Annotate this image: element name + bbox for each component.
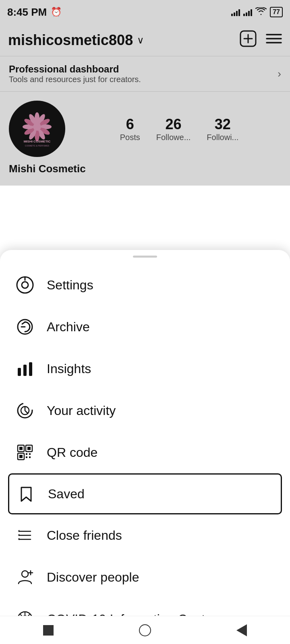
svg-text:COSMETIC & PERFUMES: COSMETIC & PERFUMES xyxy=(25,144,50,147)
stat-followers[interactable]: 26 Followe... xyxy=(156,116,191,142)
saved-label: Saved xyxy=(48,487,85,502)
pro-dashboard-title: Professional dashboard xyxy=(9,64,141,75)
qr-code-icon xyxy=(14,442,35,463)
settings-label: Settings xyxy=(47,278,93,293)
svg-rect-33 xyxy=(19,447,23,450)
hamburger-menu-icon[interactable] xyxy=(266,33,282,48)
header: mishicosmetic808 ∨ xyxy=(0,24,290,56)
battery-icon: 77 xyxy=(270,7,283,17)
close-friends-icon: ✦ ✦ ✦ xyxy=(14,525,35,546)
svg-rect-29 xyxy=(29,362,32,376)
menu-item-qr-code[interactable]: QR code xyxy=(0,431,290,473)
android-nav-bar xyxy=(0,616,290,644)
discover-people-label: Discover people xyxy=(47,570,139,585)
svg-rect-39 xyxy=(29,453,31,455)
svg-text:MISHI COSMETIC: MISHI COSMETIC xyxy=(24,140,51,143)
status-bar: 8:45 PM ⏰ 77 xyxy=(0,0,290,24)
status-time: 8:45 PM ⏰ xyxy=(7,6,62,19)
bottom-sheet: Settings Archive xyxy=(0,250,290,644)
stat-following[interactable]: 32 Followi... xyxy=(207,116,238,142)
header-right xyxy=(239,30,282,51)
activity-label: Your activity xyxy=(47,403,116,418)
pro-dashboard-banner[interactable]: Professional dashboard Tools and resourc… xyxy=(0,56,290,92)
menu-item-archive[interactable]: Archive xyxy=(0,306,290,348)
svg-rect-28 xyxy=(23,365,27,376)
close-friends-label: Close friends xyxy=(47,528,122,543)
sheet-handle xyxy=(133,256,157,258)
menu-item-settings[interactable]: Settings xyxy=(0,264,290,306)
insights-icon xyxy=(14,358,35,379)
username-label[interactable]: mishicosmetic808 xyxy=(8,32,133,49)
chevron-down-icon[interactable]: ∨ xyxy=(137,35,144,46)
nav-back-triangle[interactable] xyxy=(232,620,252,640)
avatar[interactable]: MISHI COSMETIC COSMETIC & PERFUMES xyxy=(9,101,65,157)
svg-rect-40 xyxy=(26,456,27,458)
profile-section: MISHI COSMETIC COSMETIC & PERFUMES 6 Pos… xyxy=(0,92,290,186)
archive-label: Archive xyxy=(47,320,90,334)
back-icon xyxy=(236,624,247,636)
nav-back-square[interactable] xyxy=(38,620,58,640)
svg-rect-41 xyxy=(29,456,31,458)
menu-item-insights[interactable]: Insights xyxy=(0,348,290,390)
stat-posts[interactable]: 6 Posts xyxy=(120,116,140,142)
activity-icon xyxy=(14,400,35,421)
svg-text:✦: ✦ xyxy=(17,537,21,541)
svg-point-48 xyxy=(22,571,28,577)
status-icons: 77 xyxy=(231,7,283,17)
profile-name: Mishi Cosmetic xyxy=(9,163,281,175)
insights-label: Insights xyxy=(47,361,91,376)
svg-rect-38 xyxy=(26,453,27,455)
qr-code-label: QR code xyxy=(47,445,97,460)
pro-dashboard-subtitle: Tools and resources just for creators. xyxy=(9,75,141,84)
menu-item-your-activity[interactable]: Your activity xyxy=(0,390,290,431)
discover-people-icon xyxy=(14,567,35,588)
menu-item-saved[interactable]: Saved xyxy=(8,473,282,514)
stats-container: 6 Posts 26 Followe... 32 Followi... xyxy=(77,116,281,142)
pro-dashboard-arrow-icon: › xyxy=(278,68,281,80)
settings-icon xyxy=(14,275,35,295)
menu-item-discover-people[interactable]: Discover people xyxy=(0,556,290,598)
menu-item-close-friends[interactable]: ✦ ✦ ✦ Close friends xyxy=(0,514,290,556)
square-icon xyxy=(43,625,54,636)
saved-icon xyxy=(16,483,37,504)
wifi-icon xyxy=(255,7,267,17)
menu-list: Settings Archive xyxy=(0,260,290,644)
archive-icon xyxy=(14,316,35,337)
alarm-icon: ⏰ xyxy=(51,7,62,17)
signal-bars-2 xyxy=(243,8,252,16)
add-post-icon[interactable] xyxy=(239,30,257,51)
nav-home-circle[interactable] xyxy=(135,620,155,640)
svg-rect-37 xyxy=(19,455,23,458)
header-left: mishicosmetic808 ∨ xyxy=(8,32,144,49)
svg-rect-35 xyxy=(27,447,31,450)
home-icon xyxy=(139,624,151,636)
signal-bars-1 xyxy=(231,8,240,16)
svg-point-23 xyxy=(22,282,28,288)
svg-rect-27 xyxy=(18,368,21,376)
svg-point-19 xyxy=(33,123,41,131)
